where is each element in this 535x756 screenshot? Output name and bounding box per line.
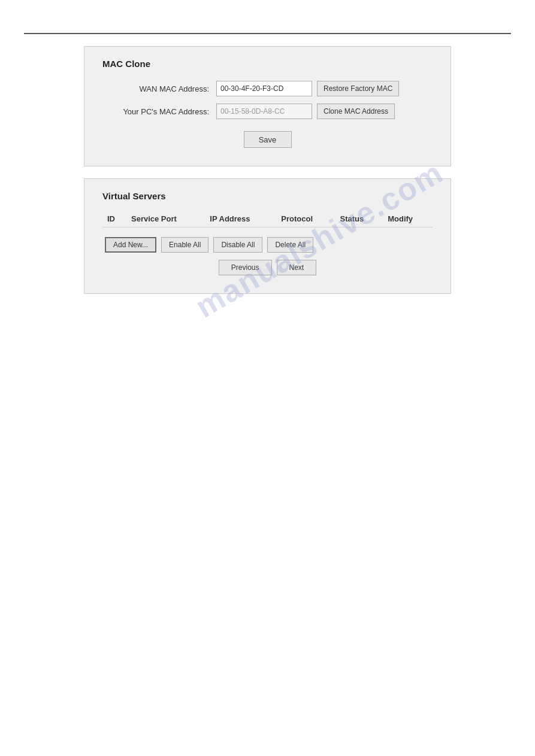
- col-status: Status: [335, 211, 383, 227]
- pc-mac-row: Your PC's MAC Address: Clone MAC Address: [102, 104, 433, 119]
- table-header-row: ID Service Port IP Address Protocol Stat…: [102, 211, 433, 227]
- wan-mac-row: WAN MAC Address: Restore Factory MAC: [102, 81, 433, 96]
- col-modify: Modify: [383, 211, 433, 227]
- restore-factory-mac-button[interactable]: Restore Factory MAC: [317, 81, 399, 96]
- virtual-servers-panel: Virtual Servers ID Service Port IP Addre…: [84, 178, 451, 294]
- save-row: Save: [102, 131, 433, 148]
- enable-all-button[interactable]: Enable All: [161, 237, 208, 253]
- wan-mac-label: WAN MAC Address:: [102, 84, 216, 93]
- previous-button[interactable]: Previous: [219, 260, 272, 275]
- pc-mac-input[interactable]: [216, 104, 312, 119]
- mac-clone-panel: MAC Clone WAN MAC Address: Restore Facto…: [84, 46, 451, 166]
- top-divider: [24, 33, 511, 34]
- delete-all-button[interactable]: Delete All: [267, 237, 313, 253]
- pc-mac-label: Your PC's MAC Address:: [102, 107, 216, 116]
- col-protocol: Protocol: [276, 211, 335, 227]
- col-ip-address: IP Address: [205, 211, 276, 227]
- save-button[interactable]: Save: [244, 131, 292, 148]
- virtual-servers-table: ID Service Port IP Address Protocol Stat…: [102, 211, 433, 227]
- mac-clone-title: MAC Clone: [102, 59, 433, 69]
- col-id: ID: [102, 211, 126, 227]
- clone-mac-address-button[interactable]: Clone MAC Address: [317, 104, 395, 119]
- col-service-port: Service Port: [126, 211, 205, 227]
- virtual-servers-nav: Previous Next: [102, 260, 433, 275]
- next-button[interactable]: Next: [277, 260, 317, 275]
- wan-mac-input[interactable]: [216, 81, 312, 96]
- virtual-servers-actions: Add New... Enable All Disable All Delete…: [102, 237, 433, 253]
- virtual-servers-title: Virtual Servers: [102, 191, 433, 201]
- add-new-button[interactable]: Add New...: [105, 237, 156, 253]
- disable-all-button[interactable]: Disable All: [213, 237, 262, 253]
